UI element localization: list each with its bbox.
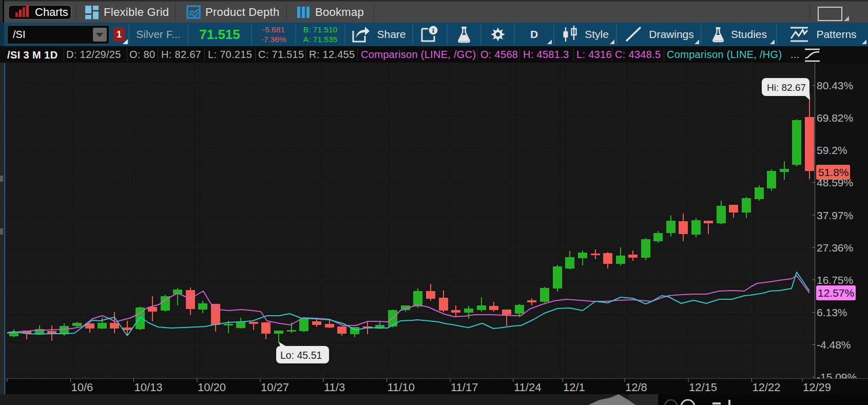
svg-text:11/24: 11/24 xyxy=(514,381,541,394)
svg-text:37.97%: 37.97% xyxy=(817,209,853,221)
svg-text:12/29: 12/29 xyxy=(803,381,831,394)
svg-text:12/15: 12/15 xyxy=(689,381,717,394)
svg-text:-4.48%: -4.48% xyxy=(817,339,851,351)
svg-text:69.82%: 69.82% xyxy=(817,112,853,124)
svg-text:10/6: 10/6 xyxy=(71,381,93,394)
svg-text:11/17: 11/17 xyxy=(451,381,478,394)
svg-text:27.36%: 27.36% xyxy=(817,242,853,254)
svg-text:12/8: 12/8 xyxy=(625,381,647,394)
svg-text:16.75%: 16.75% xyxy=(817,274,853,286)
svg-text:Lo: 45.51: Lo: 45.51 xyxy=(280,350,322,361)
svg-text:11/3: 11/3 xyxy=(324,381,345,394)
svg-text:10/13: 10/13 xyxy=(134,381,163,394)
svg-text:12.57%: 12.57% xyxy=(818,287,854,299)
svg-text:6.13%: 6.13% xyxy=(817,306,847,318)
svg-text:Hi: 82.67: Hi: 82.67 xyxy=(767,82,806,93)
svg-text:51.8%: 51.8% xyxy=(818,166,849,178)
svg-text:12/1: 12/1 xyxy=(563,381,585,394)
svg-text:11/10: 11/10 xyxy=(388,381,415,394)
svg-text:10/20: 10/20 xyxy=(198,381,226,394)
svg-text:10/27: 10/27 xyxy=(261,381,289,394)
svg-text:59.2%: 59.2% xyxy=(817,144,847,156)
svg-text:80.43%: 80.43% xyxy=(817,80,853,91)
svg-text:12/22: 12/22 xyxy=(753,381,781,394)
